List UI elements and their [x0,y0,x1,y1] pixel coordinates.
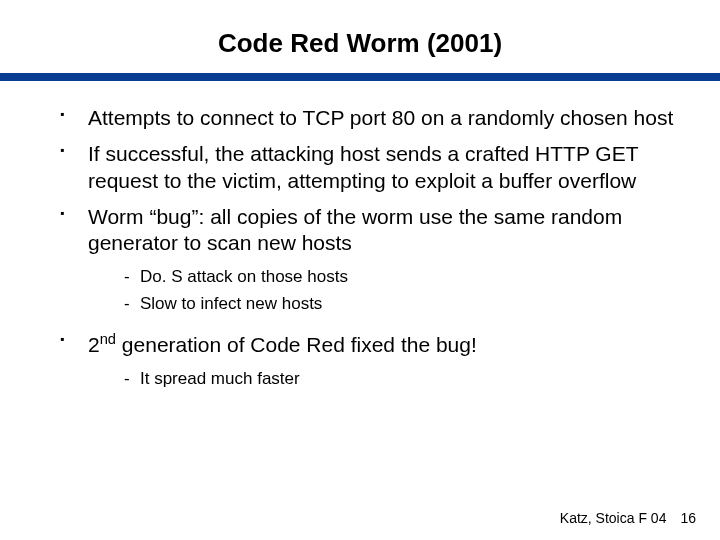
slide: Code Red Worm (2001) Attempts to connect… [0,0,720,540]
footer-credit: Katz, Stoica F 04 [560,510,667,526]
sub-item: It spread much faster [124,368,680,391]
sub-item: Do. S attack on those hosts [124,266,680,289]
title-rule [0,73,720,81]
sub-text: Slow to infect new hosts [140,294,322,313]
sub-text: It spread much faster [140,369,300,388]
bullet-text: Attempts to connect to TCP port 80 on a … [88,106,673,129]
sub-list: Do. S attack on those hosts Slow to infe… [124,266,680,316]
bullet-item: If successful, the attacking host sends … [60,141,680,194]
page-number: 16 [680,510,696,526]
sub-item: Slow to infect new hosts [124,293,680,316]
slide-title: Code Red Worm (2001) [0,0,720,73]
sub-list: It spread much faster [124,368,680,391]
slide-content: Attempts to connect to TCP port 80 on a … [0,81,720,391]
bullet-text-suffix: generation of Code Red fixed the bug! [116,333,477,356]
bullet-list: Attempts to connect to TCP port 80 on a … [60,105,680,391]
bullet-text: If successful, the attacking host sends … [88,142,638,191]
bullet-item: Worm “bug”: all copies of the worm use t… [60,204,680,316]
bullet-item: Attempts to connect to TCP port 80 on a … [60,105,680,131]
slide-footer: Katz, Stoica F 04 16 [560,510,696,526]
bullet-text: Worm “bug”: all copies of the worm use t… [88,205,622,254]
ordinal-superscript: nd [100,331,116,347]
bullet-item: 2nd generation of Code Red fixed the bug… [60,330,680,391]
bullet-text-prefix: 2 [88,333,100,356]
sub-text: Do. S attack on those hosts [140,267,348,286]
